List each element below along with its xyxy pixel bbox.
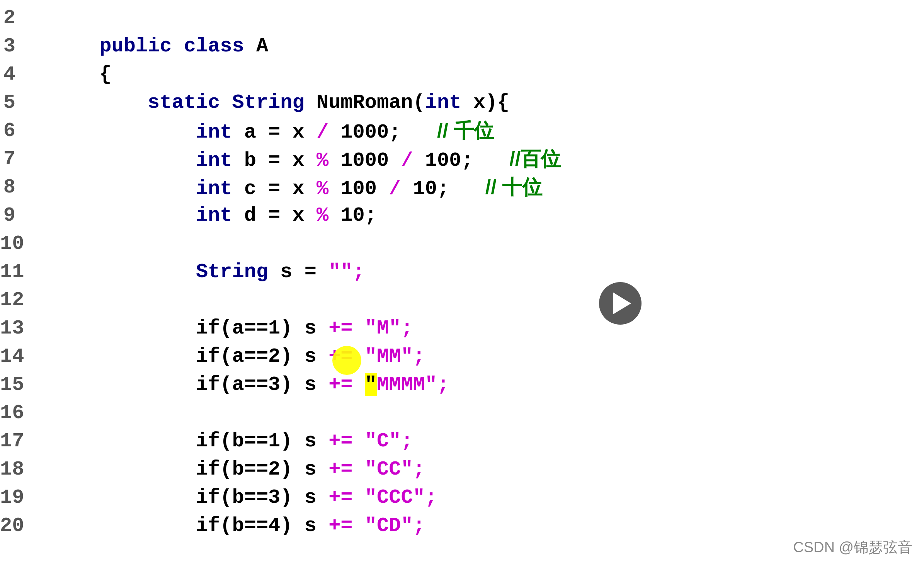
code-line-15: 15 (0, 371, 924, 399)
line-number: 15 (0, 371, 23, 399)
code-line-7: 7 int c = x % 100 / 10; // 十位 (0, 145, 924, 173)
code-line-4: 4 static String NumRoman(int x){ (0, 60, 924, 88)
code-line-16: 16 if(b==1) s += "C"; (0, 399, 924, 427)
line-number: 20 (0, 512, 23, 540)
code-line-19: 19 if(b==4) s += "CD"; (0, 483, 924, 512)
line-number: 5 (0, 88, 23, 117)
code-line-2: 2 public class A (0, 4, 924, 32)
line-number: 2 (0, 4, 23, 32)
line-number: 18 (0, 455, 23, 483)
line-number: 19 (0, 483, 23, 512)
code-line-12: 12 if(a==1) s += "M"; (0, 286, 924, 314)
play-button[interactable] (599, 282, 642, 325)
code-line-13: 13 if(a==2) s += "MM"; (0, 314, 924, 342)
line-number: 17 (0, 427, 23, 455)
code-line-10: 10 String s = ""; (0, 230, 924, 258)
code-line-18: 18 if(b==3) s += "CCC"; (0, 455, 924, 483)
cursor-highlight (332, 346, 361, 375)
watermark: CSDN @锦瑟弦音 (793, 538, 912, 557)
code-line-3: 3 { (0, 32, 924, 60)
code-line-6: 6 int b = x % 1000 / 100; //百位 (0, 117, 924, 145)
line-number: 3 (0, 32, 23, 60)
line-number: 10 (0, 230, 23, 258)
line-number: 12 (0, 286, 23, 314)
line-number: 14 (0, 342, 23, 371)
line-number: 13 (0, 314, 23, 342)
line-number: 8 (0, 173, 23, 201)
code-line-17: 17 if(b==2) s += "CC"; (0, 427, 924, 455)
line-content (23, 201, 924, 230)
code-line-14: 14 if(a==3) s += "MMMM"; (0, 342, 924, 371)
line-number: 6 (0, 117, 23, 145)
code-line-5: 5 int a = x / 1000; // 千位 (0, 88, 924, 117)
line-content (23, 258, 924, 286)
code-line-20: 20 (0, 512, 924, 540)
code-line-11: 11 (0, 258, 924, 286)
line-content (23, 371, 924, 399)
code-line-9: 9 (0, 201, 924, 230)
line-number: 11 (0, 258, 23, 286)
line-number: 9 (0, 201, 23, 230)
line-number: 16 (0, 399, 23, 427)
line-number: 7 (0, 145, 23, 173)
line-number: 4 (0, 60, 23, 88)
code-line-8: 8 int d = x % 10; (0, 173, 924, 201)
line-content (23, 512, 924, 540)
code-area: 2 public class A 3 { 4 static String Num… (0, 0, 924, 565)
play-triangle-icon (613, 293, 631, 314)
